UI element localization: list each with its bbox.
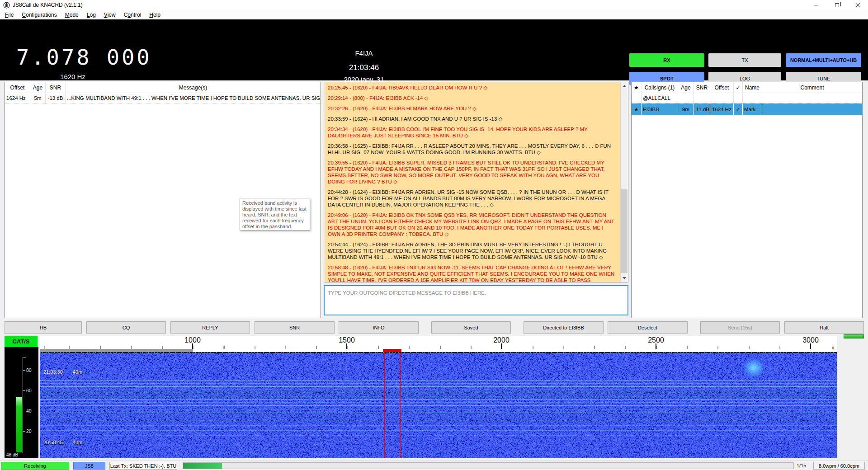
col-offset[interactable]: Offset xyxy=(710,82,734,93)
menu-mode[interactable]: Mode xyxy=(61,11,83,19)
compose-input[interactable]: TYPE YOUR OUTGOING DIRECTED MESSAGE TO E… xyxy=(324,285,628,315)
info-button[interactable]: INFO xyxy=(339,321,419,334)
decoded-signal-blob xyxy=(742,357,765,378)
menu-control[interactable]: Control xyxy=(120,11,146,19)
mode-badge: JS8 xyxy=(73,462,105,470)
meter-scale-cap xyxy=(23,357,26,357)
signal-trace xyxy=(40,393,837,393)
callsign-row-selected[interactable]: ★ EI3IBB 9m -11 dB 1624 Hz ✓ Mark xyxy=(632,103,862,115)
dial-frequency-display[interactable]: 7.078 000 xyxy=(16,45,152,70)
frame-counter: 1/15 xyxy=(797,463,806,468)
major-tick xyxy=(810,343,811,349)
meter-tick: 40 xyxy=(23,408,32,414)
col-offset[interactable]: Offset xyxy=(5,82,30,93)
scale-mark xyxy=(832,347,834,349)
col-snr[interactable]: SNR xyxy=(694,82,710,93)
meter-tick: 60 xyxy=(23,388,32,393)
col-messages[interactable]: Message(s) xyxy=(66,82,321,93)
tx-button[interactable]: TX xyxy=(708,53,781,67)
message-history[interactable]: 20:25:45 - (1620) - F4IJA: HB9AVK HELLO … xyxy=(324,82,628,282)
name-cell: Mark xyxy=(743,103,762,115)
minimize-icon xyxy=(814,5,818,5)
send-button[interactable]: Send (15s) xyxy=(700,321,780,334)
directed-to-button[interactable]: Directed to EI3IBB xyxy=(524,321,604,334)
meter-tick: 20 xyxy=(23,428,32,434)
offset-cell: 1624 Hz xyxy=(710,103,734,115)
callsigns-table: ★ Callsigns (1) Age SNR Offset ✓ Name Co… xyxy=(631,82,863,318)
col-callsigns[interactable]: Callsigns (1) xyxy=(642,82,678,93)
signal-trace xyxy=(40,386,837,387)
offset-frequency[interactable]: 1620 Hz xyxy=(16,73,129,80)
offset-marker-left[interactable] xyxy=(384,352,385,458)
last-tx-status: Last Tx: SKED THEN :-). BTU xyxy=(109,462,177,470)
signal-trace xyxy=(40,430,837,431)
frequency-scale[interactable]: 1000 1500 2000 2500 3000 xyxy=(40,336,837,352)
signal-meter: 80 60 40 20 48 dB xyxy=(5,347,38,458)
star-cell xyxy=(632,93,642,103)
check-cell xyxy=(734,93,743,103)
saved-button[interactable]: Saved xyxy=(431,321,511,334)
message-line: 20:54:44 - (1624) - EI3IBB: F4IJA RR ADR… xyxy=(328,241,617,260)
minimize-button[interactable] xyxy=(806,0,826,10)
message-line: 20:44:28 - (1624) - EI3IBB: F4IJA RR ADR… xyxy=(328,189,617,208)
star-cell: ★ xyxy=(632,103,642,115)
scroll-up-icon[interactable] xyxy=(621,82,628,90)
message-line: 20:58:48 - (1620) - F4IJA: EI3IBB TNX UR… xyxy=(328,264,617,282)
callsign-cell: @ALLCALL xyxy=(642,93,678,103)
waterfall-display[interactable]: 21:03:3040m 20:58:4540m xyxy=(40,352,837,458)
waterfall-gain-slider[interactable] xyxy=(844,334,864,338)
minor-ticks xyxy=(40,346,837,349)
comment-cell xyxy=(762,103,862,115)
menu-configurations[interactable]: Configurations xyxy=(18,11,61,19)
age-cell xyxy=(678,93,694,103)
speed-indicator: 8.0wpm / 60.0cpm xyxy=(813,462,865,470)
reply-button[interactable]: REPLY xyxy=(170,321,250,334)
comment-cell xyxy=(762,93,862,103)
menu-file[interactable]: File xyxy=(1,11,18,19)
band-activity-row[interactable]: 1624 Hz 5m -13 dB ...KING MULTIBAND WITH… xyxy=(5,93,321,103)
col-name[interactable]: Name xyxy=(743,82,762,93)
mode-button[interactable]: NORMAL+MULTI+AUTO+HB xyxy=(786,53,861,67)
callsign-row-allcall[interactable]: @ALLCALL xyxy=(632,93,862,103)
col-check[interactable]: ✓ xyxy=(734,82,743,93)
col-comment[interactable]: Comment xyxy=(762,82,862,93)
selected-callsign: F4IJA xyxy=(294,49,434,57)
snr-button[interactable]: SNR xyxy=(255,321,335,334)
restore-button[interactable] xyxy=(826,0,847,10)
signal-trace xyxy=(40,396,837,396)
deselect-button[interactable]: Deselect xyxy=(608,321,688,334)
period-progress-fill xyxy=(183,463,222,469)
cq-button[interactable]: CQ xyxy=(86,321,166,334)
scroll-down-icon[interactable] xyxy=(621,274,628,282)
col-star[interactable]: ★ xyxy=(632,82,642,93)
scrollbar-thumb[interactable] xyxy=(621,189,627,273)
offset-marker-right[interactable] xyxy=(400,352,401,458)
meter-tick: 80 xyxy=(23,367,32,373)
name-cell xyxy=(743,93,762,103)
menu-view[interactable]: View xyxy=(100,11,120,19)
cat-status-button[interactable]: CAT/S xyxy=(5,336,38,347)
halt-button[interactable]: Halt xyxy=(784,321,864,334)
waterfall-timestamp: 20:58:4540m xyxy=(43,440,82,445)
callsign-cell: EI3IBB xyxy=(642,103,678,115)
menu-help[interactable]: Help xyxy=(145,11,165,19)
close-button[interactable] xyxy=(847,0,868,10)
menu-log[interactable]: Log xyxy=(83,11,100,19)
signal-level-bar xyxy=(16,397,22,452)
hb-button[interactable]: HB xyxy=(5,321,82,334)
signal-trace xyxy=(40,413,837,413)
col-snr[interactable]: SNR xyxy=(46,82,66,93)
col-age[interactable]: Age xyxy=(30,82,46,93)
signal-trace xyxy=(40,425,837,426)
rx-button[interactable]: RX xyxy=(629,53,704,67)
col-age[interactable]: Age xyxy=(678,82,694,93)
signal-trace xyxy=(40,417,837,417)
message-line: 20:29:14 - (800) - F4IJA: EI3IBB ACK -14… xyxy=(328,95,617,101)
period-progress-strip xyxy=(40,349,193,352)
signal-trace xyxy=(40,421,837,421)
selected-frequency-bracket[interactable] xyxy=(383,349,401,352)
major-tick xyxy=(346,343,347,349)
message-scrollbar[interactable] xyxy=(620,82,628,282)
snr-cell xyxy=(694,93,710,103)
signal-trace xyxy=(40,405,837,406)
